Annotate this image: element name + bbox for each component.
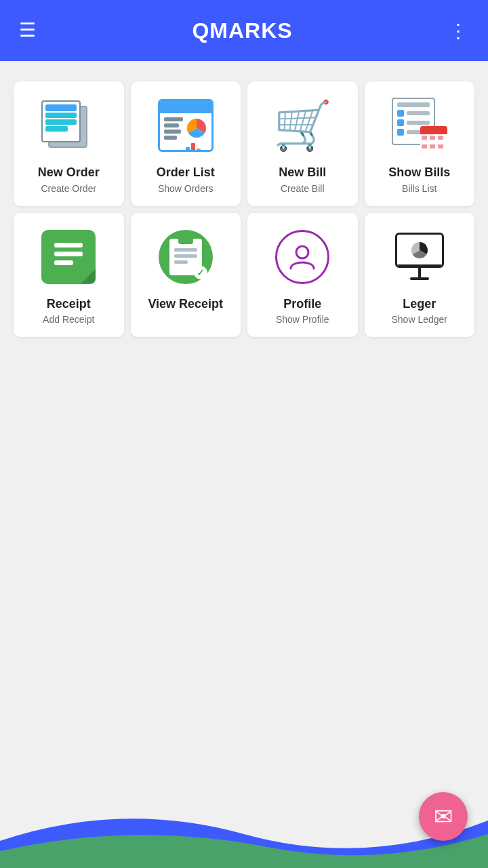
profile-title: Profile <box>283 297 321 312</box>
svg-point-1 <box>296 246 308 258</box>
shopping-cart-icon: 🛒 <box>273 102 332 149</box>
new-bill-subtitle: Create Bill <box>281 183 325 194</box>
new-bill-icon: 🛒 <box>272 95 333 156</box>
order-list-subtitle: Show Orders <box>158 183 214 194</box>
bottom-decoration <box>0 787 488 868</box>
receipt-icon <box>38 226 99 288</box>
leger-title: Leger <box>403 297 436 312</box>
show-bills-icon <box>389 95 450 156</box>
hamburger-icon[interactable]: ☰ <box>19 21 36 40</box>
new-order-subtitle: Create Order <box>41 183 96 194</box>
new-bill-item[interactable]: 🛒 New Bill Create Bill <box>247 81 358 206</box>
new-order-title: New Order <box>38 165 100 180</box>
leger-item[interactable]: Leger Show Ledger <box>365 213 475 338</box>
profile-subtitle: Show Profile <box>276 314 329 325</box>
view-receipt-item[interactable]: ✓ View Receipt <box>131 213 241 338</box>
receipt-item[interactable]: Receipt Add Receipt <box>14 213 124 338</box>
new-order-icon <box>38 95 99 156</box>
email-icon: ✉ <box>434 803 453 830</box>
app-header: ☰ QMARKS ⋮ <box>0 0 488 61</box>
receipt-subtitle: Add Receipt <box>43 314 94 325</box>
app-title: QMARKS <box>192 18 292 43</box>
email-fab[interactable]: ✉ <box>419 792 468 841</box>
show-bills-title: Show Bills <box>388 165 450 180</box>
order-list-title: Order List <box>157 165 215 180</box>
view-receipt-icon: ✓ <box>155 226 216 288</box>
order-list-item[interactable]: Order List Show Orders <box>131 81 241 206</box>
new-bill-title: New Bill <box>279 165 326 180</box>
leger-subtitle: Show Ledger <box>391 314 447 325</box>
leger-icon <box>389 226 450 288</box>
profile-icon <box>272 226 333 288</box>
order-list-icon <box>155 95 216 156</box>
show-bills-subtitle: Bills List <box>402 183 436 194</box>
receipt-title: Receipt <box>47 297 91 312</box>
new-order-item[interactable]: New Order Create Order <box>14 81 124 206</box>
more-options-icon[interactable]: ⋮ <box>449 20 469 42</box>
main-grid: New Order Create Order <box>0 61 488 337</box>
view-receipt-title: View Receipt <box>148 297 223 312</box>
show-bills-item[interactable]: Show Bills Bills List <box>365 81 475 206</box>
profile-item[interactable]: Profile Show Profile <box>247 213 358 338</box>
